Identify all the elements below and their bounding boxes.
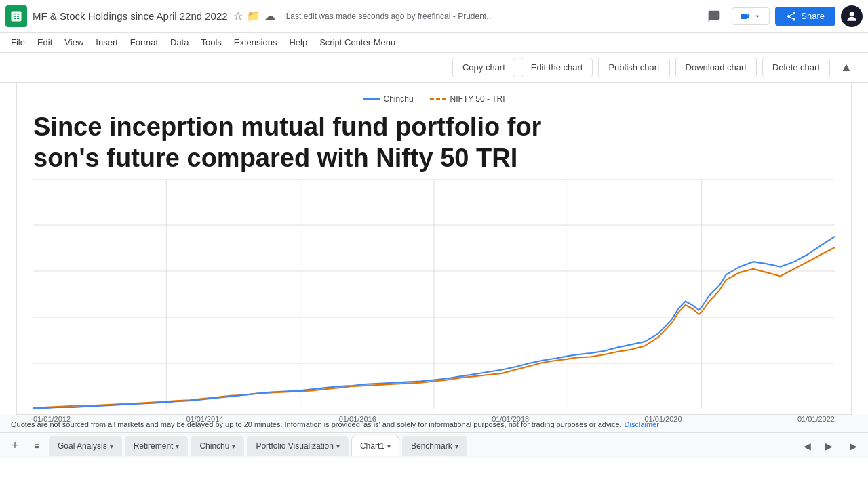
list-sheets-button[interactable]: ≡ xyxy=(27,436,46,455)
add-sheet-button[interactable]: + xyxy=(5,436,24,455)
x-label-3: 01/01/2018 xyxy=(492,415,529,423)
svg-point-7 xyxy=(850,12,854,16)
x-label-5: 01/01/2022 xyxy=(797,415,835,423)
tab-benchmark-label: Benchmark xyxy=(411,441,452,451)
share-label: Share xyxy=(801,11,825,21)
menu-edit[interactable]: Edit xyxy=(32,35,58,50)
x-label-4: 01/01/2020 xyxy=(645,415,682,423)
chart-legend: Chinchu NIFTY 50 - TRI xyxy=(33,94,835,104)
folder-icon[interactable]: 📁 xyxy=(247,9,260,22)
x-label-2: 01/01/2016 xyxy=(339,415,376,423)
chevron-down-icon: ▾ xyxy=(336,443,340,450)
delete-chart-button[interactable]: Delete chart xyxy=(762,58,830,77)
x-axis-labels: 01/01/2012 01/01/2014 01/01/2016 01/01/2… xyxy=(33,412,835,423)
menu-file[interactable]: File xyxy=(5,35,31,50)
x-label-1: 01/01/2014 xyxy=(186,415,223,423)
tab-navigation: ◀ ▶ xyxy=(797,436,838,455)
chevron-down-icon: ▾ xyxy=(455,443,458,450)
svg-rect-5 xyxy=(14,18,16,19)
tab-portfolio-label: Portfolio Visualization xyxy=(256,441,334,451)
legend-orange-line xyxy=(430,98,446,100)
chart-svg xyxy=(33,179,835,409)
menu-extensions[interactable]: Extensions xyxy=(229,35,283,50)
chevron-down-icon: ▾ xyxy=(176,443,179,450)
chart-svg-container: 01/01/2012 01/01/2014 01/01/2016 01/01/2… xyxy=(33,179,835,409)
top-bar: MF & Stock Holdings since April 22nd 202… xyxy=(0,0,868,33)
tab-goal-analysis[interactable]: Goal Analysis ▾ xyxy=(49,436,122,456)
menu-view[interactable]: View xyxy=(59,35,89,50)
tab-chart1-label: Chart1 xyxy=(360,441,384,451)
share-button[interactable]: Share xyxy=(775,7,835,26)
tab-portfolio-visualization[interactable]: Portfolio Visualization ▾ xyxy=(247,436,349,456)
tab-retirement-label: Retirement xyxy=(134,441,174,451)
cloud-icon[interactable]: ☁ xyxy=(264,9,275,22)
tab-chart1[interactable]: Chart1 ▾ xyxy=(351,436,399,456)
chart-title: Since inceprtion mutual fund portfolio f… xyxy=(33,112,644,174)
legend-chinchu-label: Chinchu xyxy=(384,94,414,104)
doc-title: MF & Stock Holdings since April 22nd 202… xyxy=(33,10,228,22)
menu-data[interactable]: Data xyxy=(165,35,194,50)
menu-tools[interactable]: Tools xyxy=(195,35,226,50)
tabs-bar: + ≡ Goal Analysis ▾ Retirement ▾ Chinchu… xyxy=(0,432,868,458)
legend-chinchu: Chinchu xyxy=(363,94,414,104)
tab-retirement[interactable]: Retirement ▾ xyxy=(125,436,189,456)
chart-toolbar: Copy chart Edit the chart Publish chart … xyxy=(0,53,868,83)
x-label-0: 01/01/2012 xyxy=(33,415,71,423)
tab-collapse-button[interactable]: ▶ xyxy=(844,436,863,455)
prev-sheets-button[interactable]: ◀ xyxy=(797,436,816,455)
chevron-down-icon: ▾ xyxy=(232,443,235,450)
svg-rect-6 xyxy=(17,18,19,19)
tab-chinchu-label: Chinchu xyxy=(199,441,229,451)
next-sheets-button[interactable]: ▶ xyxy=(819,436,838,455)
meet-button[interactable] xyxy=(732,7,770,25)
last-edit[interactable]: Last edit was made seconds ago by freefi… xyxy=(286,12,697,21)
legend-nifty: NIFTY 50 - TRI xyxy=(430,94,505,104)
title-icons: ☆ 📁 ☁ xyxy=(233,9,275,22)
tab-benchmark[interactable]: Benchmark ▾ xyxy=(402,436,467,456)
chart-title-line2: son's future compared with Nifty 50 TRI xyxy=(33,144,517,172)
collapse-button[interactable]: ▲ xyxy=(835,57,857,79)
tab-goal-analysis-label: Goal Analysis xyxy=(58,441,107,451)
legend-blue-line xyxy=(363,98,380,100)
chevron-down-icon: ▾ xyxy=(110,443,113,450)
menu-script-center[interactable]: Script Center Menu xyxy=(314,35,401,50)
svg-rect-1 xyxy=(14,13,16,14)
menu-help[interactable]: Help xyxy=(283,35,313,50)
sheets-logo[interactable] xyxy=(5,5,27,27)
comment-icon[interactable] xyxy=(702,4,726,28)
chart-title-line1: Since inceprtion mutual fund portfolio f… xyxy=(33,113,541,141)
copy-chart-button[interactable]: Copy chart xyxy=(452,58,515,77)
menu-insert[interactable]: Insert xyxy=(90,35,123,50)
top-right-actions: Share xyxy=(702,4,863,28)
download-chart-button[interactable]: Download chart xyxy=(675,58,757,77)
edit-chart-button[interactable]: Edit the chart xyxy=(521,58,593,77)
chevron-down-icon: ▾ xyxy=(387,443,391,450)
publish-chart-button[interactable]: Publish chart xyxy=(598,58,669,77)
svg-rect-4 xyxy=(17,16,19,17)
tab-chinchu[interactable]: Chinchu ▾ xyxy=(191,436,244,456)
svg-rect-2 xyxy=(17,13,19,14)
star-icon[interactable]: ☆ xyxy=(233,9,243,22)
svg-rect-0 xyxy=(12,11,22,21)
avatar[interactable] xyxy=(841,5,863,27)
svg-rect-3 xyxy=(14,16,16,17)
chart-area: Chinchu NIFTY 50 - TRI Since inceprtion … xyxy=(16,83,852,415)
legend-nifty-label: NIFTY 50 - TRI xyxy=(450,94,505,104)
menu-format[interactable]: Format xyxy=(125,35,163,50)
menu-bar: File Edit View Insert Format Data Tools … xyxy=(0,33,868,53)
